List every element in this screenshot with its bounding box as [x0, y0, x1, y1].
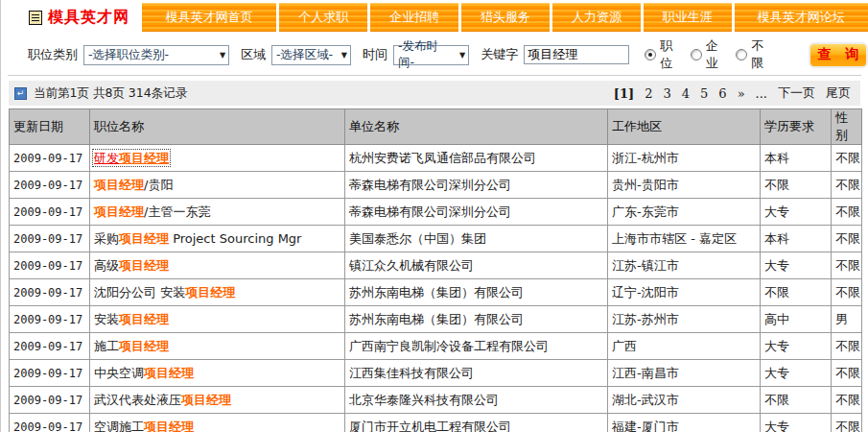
job-gender: 不限: [832, 199, 862, 226]
query-button[interactable]: 查 询: [809, 42, 868, 68]
job-title-cell: 高级项目经理: [90, 252, 345, 279]
job-edu: 不限: [761, 279, 832, 306]
category-select[interactable]: -选择职位类别- ▼: [83, 45, 229, 65]
company-name: 镇江众久机械有限公司: [345, 252, 608, 279]
table-row: 2009-09-17 研发项目经理 杭州安费诺飞凤通信部品有限公司 浙江-杭州市…: [10, 145, 862, 172]
column-header: 性别: [832, 109, 862, 145]
company-name: 苏州东南电梯（集团）有限公司: [345, 306, 608, 333]
job-title-cell: 采购项目经理 Project Sourcing Mgr: [90, 226, 345, 252]
nav-tab[interactable]: 职业生涯: [644, 3, 732, 32]
job-title-keyword: 项目经理: [119, 151, 169, 165]
job-title-cell: 沈阳分公司 安装项目经理: [90, 279, 345, 306]
job-title-link[interactable]: 沈阳分公司 安装项目经理: [94, 285, 235, 300]
job-title-keyword: 项目经理: [119, 231, 169, 246]
radio-button[interactable]: [645, 49, 656, 60]
job-region: 江苏-苏州市: [608, 306, 761, 333]
table-row: 2009-09-17 高级项目经理 镇江众久机械有限公司 江苏-镇江市 大专 不…: [10, 252, 862, 279]
region-label: 区域: [241, 46, 266, 63]
job-edu: 大专: [761, 360, 832, 387]
job-title-keyword: 项目经理: [94, 204, 144, 219]
nav-tab[interactable]: 企业招聘: [370, 3, 458, 32]
job-edu: 不限: [761, 172, 832, 199]
page-link[interactable]: 2: [645, 86, 652, 101]
job-title-link[interactable]: 研发项目经理: [94, 151, 169, 165]
job-date: 2009-09-17: [10, 360, 90, 387]
page-link[interactable]: [1]: [614, 86, 634, 101]
job-title-link[interactable]: 项目经理/贵阳: [94, 178, 173, 192]
radio-label: 职位: [660, 37, 681, 72]
job-title-link[interactable]: 空调施工项目经理: [94, 420, 194, 432]
pagination-bar: ↵ 当前第1页 共8页 314条记录 [1] 2 3 4 5 6 » ... 下…: [9, 81, 860, 106]
job-title-suffix: /主管一东莞: [144, 204, 210, 219]
page-link[interactable]: 4: [682, 86, 690, 101]
job-title-link[interactable]: 高级项目经理: [94, 258, 169, 273]
job-date: 2009-09-17: [10, 333, 90, 360]
region-select[interactable]: -选择区域- ▼: [271, 45, 351, 65]
job-title-keyword: 项目经理: [144, 366, 194, 380]
top-nav: 模具英才网 模具英才网首页 个人求职 企业招聘 猎头服务 人力资源 职业生涯 模…: [1, 0, 868, 35]
company-name: 蒂森电梯有限公司深圳分公司: [345, 199, 608, 226]
job-title-prefix: 空调施工: [94, 420, 144, 432]
job-edu: 大专: [761, 333, 832, 360]
job-title-link[interactable]: 中央空调项目经理: [94, 366, 194, 380]
company-name: 厦门市开立机电工程有限公司: [345, 414, 608, 432]
table-row: 2009-09-17 项目经理/主管一东莞 蒂森电梯有限公司深圳分公司 广东-东…: [10, 199, 862, 226]
job-region: 福建-厦门市: [608, 414, 761, 432]
column-header: 职位名称: [90, 109, 345, 145]
radio-button[interactable]: [736, 49, 747, 60]
job-gender: 不限: [832, 172, 862, 199]
radio-label: 企业: [706, 37, 727, 72]
job-date: 2009-09-17: [10, 387, 90, 414]
job-gender: 不限: [832, 145, 862, 172]
job-title-prefix: 安装: [94, 312, 119, 326]
job-gender: 不限: [832, 252, 862, 279]
job-title-link[interactable]: 安装项目经理: [94, 312, 169, 326]
category-label: 职位类别: [28, 46, 78, 63]
nav-tab[interactable]: 猎头服务: [461, 3, 550, 32]
company-name: 美国泰悉尔（中国）集团: [345, 226, 608, 252]
page-link[interactable]: 5: [700, 86, 708, 101]
job-title-cell: 武汉代表处液压项目经理: [90, 387, 345, 414]
job-edu: 大专: [761, 414, 832, 432]
job-title-cell: 空调施工项目经理: [90, 414, 345, 432]
job-title-keyword: 项目经理: [94, 178, 144, 192]
job-title-link[interactable]: 武汉代表处液压项目经理: [94, 393, 231, 407]
job-title-link[interactable]: 采购项目经理 Project Sourcing Mgr: [94, 231, 301, 246]
nav-tab[interactable]: 模具英才网论坛: [735, 3, 868, 32]
time-select[interactable]: -发布时间- ▼: [393, 45, 469, 65]
job-date: 2009-09-17: [10, 172, 90, 199]
job-title-keyword: 项目经理: [181, 393, 231, 407]
job-title-prefix: 沈阳分公司 安装: [94, 285, 185, 300]
page-link[interactable]: 6: [718, 86, 726, 101]
nav-tab[interactable]: 模具英才网首页: [142, 3, 276, 32]
nav-tab[interactable]: 人力资源: [552, 3, 641, 32]
job-title-prefix: 研发: [94, 151, 119, 165]
page-link[interactable]: 下一页: [778, 84, 815, 102]
job-title-cell: 中央空调项目经理: [90, 360, 345, 387]
job-title-cell: 施工项目经理: [90, 333, 345, 360]
job-title-link[interactable]: 施工项目经理: [94, 339, 169, 353]
table-row: 2009-09-17 采购项目经理 Project Sourcing Mgr 美…: [10, 226, 862, 252]
region-select-value: -选择区域-: [276, 47, 333, 63]
job-title-cell: 项目经理/主管一东莞: [90, 199, 345, 226]
job-edu: 高中: [761, 306, 832, 333]
page-link[interactable]: ...: [756, 86, 767, 101]
table-row: 2009-09-17 武汉代表处液压项目经理 北京华泰隆兴科技有限公司 湖北-武…: [10, 387, 862, 414]
page-link[interactable]: 3: [664, 86, 671, 101]
radio-button[interactable]: [691, 49, 702, 60]
page-indicator-icon: ↵: [14, 87, 27, 100]
page-link[interactable]: 尾页: [826, 84, 851, 102]
job-table-body: 2009-09-17 研发项目经理 杭州安费诺飞凤通信部品有限公司 浙江-杭州市…: [10, 145, 862, 432]
site-logo[interactable]: 模具英才网: [1, 3, 142, 32]
job-title-link[interactable]: 项目经理/主管一东莞: [94, 204, 210, 219]
job-edu: 大专: [761, 199, 832, 226]
page-link[interactable]: »: [738, 86, 745, 101]
chevron-down-icon: ▼: [220, 51, 225, 60]
keyword-input[interactable]: [524, 45, 629, 64]
time-select-value: -发布时间-: [398, 38, 454, 71]
nav-tab[interactable]: 个人求职: [279, 3, 367, 32]
page: 模具英才网 模具英才网首页 个人求职 企业招聘 猎头服务 人力资源 职业生涯 模…: [0, 0, 868, 432]
job-title-keyword: 项目经理: [119, 258, 169, 273]
column-header: 更新日期: [10, 109, 90, 145]
job-title-cell: 安装项目经理: [90, 306, 345, 333]
